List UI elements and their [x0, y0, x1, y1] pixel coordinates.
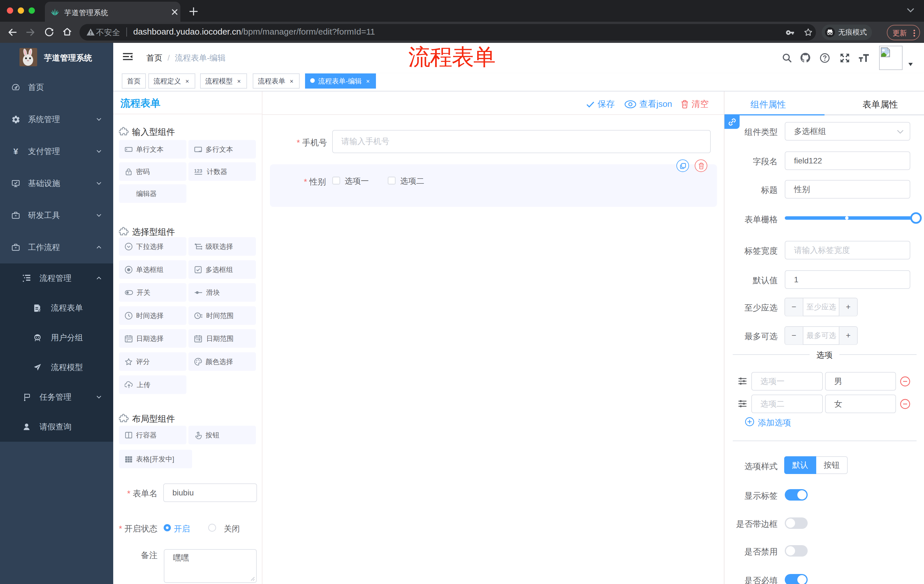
svg-text:123: 123: [194, 168, 202, 174]
